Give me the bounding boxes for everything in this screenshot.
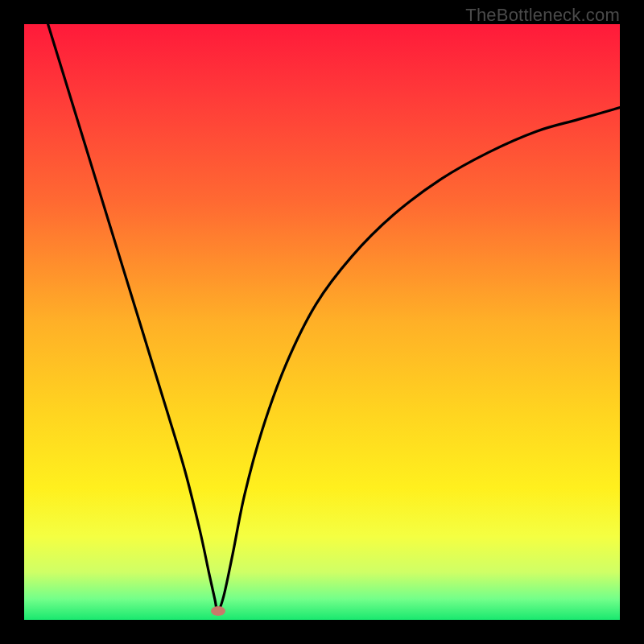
plot-area xyxy=(24,24,620,620)
minimum-marker xyxy=(211,606,225,616)
chart-frame: TheBottleneck.com xyxy=(0,0,644,644)
bottleneck-curve xyxy=(24,24,620,620)
watermark-text: TheBottleneck.com xyxy=(465,5,620,26)
